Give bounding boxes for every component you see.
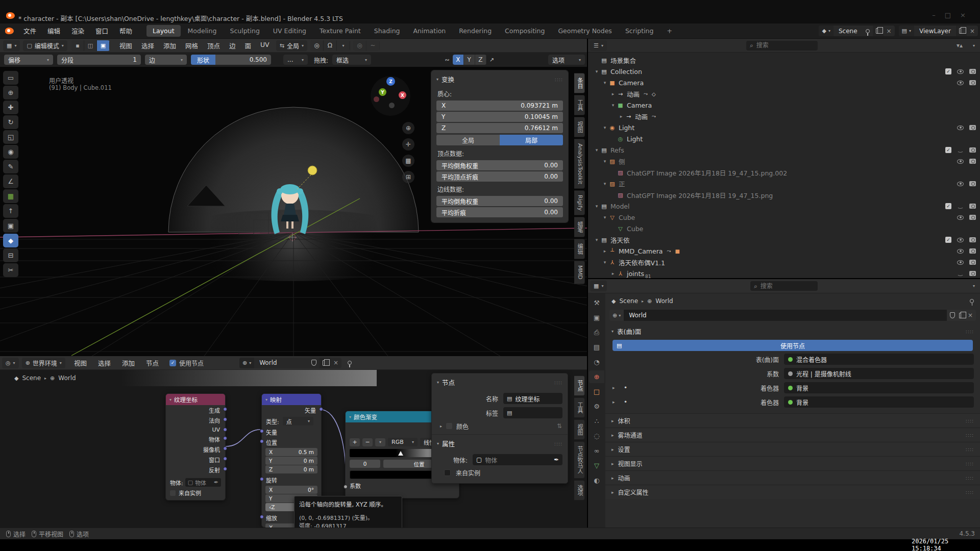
section-动画[interactable]: ▸动画::::	[605, 470, 980, 485]
outliner-row[interactable]: ▾■Camera	[588, 77, 980, 88]
viewport-menu-添加[interactable]: 添加	[163, 41, 176, 51]
hide-viewport-icon[interactable]	[957, 215, 964, 220]
tool-transform[interactable]: ◉	[3, 145, 18, 159]
outliner-item-label[interactable]: Light	[627, 135, 643, 143]
outliner-item-label[interactable]: MMD_Camera	[619, 247, 663, 255]
x-axis-ball[interactable]: X	[399, 91, 406, 99]
viewport-3d[interactable]: 用户透视 (91) Body | Cube.011 ▭⊕✚↻◱◉✎∠▦↑▣◆⊟✂…	[0, 67, 587, 356]
hide-viewport-icon[interactable]	[957, 260, 964, 265]
section-视图显示[interactable]: ▸视图显示::::	[605, 456, 980, 470]
breadcrumb-world[interactable]: World	[58, 374, 76, 382]
properties-tab-view-layer[interactable]: ▤	[589, 341, 604, 354]
disable-render-icon[interactable]	[969, 181, 976, 186]
median-x-field[interactable]: X0.093721 m	[436, 101, 563, 111]
outliner-item-label[interactable]: Refs	[610, 146, 624, 154]
outliner-row[interactable]: ▾⅄洛天依布偶V1.1	[588, 257, 980, 268]
snap-curve-icon[interactable]: ↗	[489, 57, 494, 63]
output-socket[interactable]	[223, 428, 227, 432]
tool-move[interactable]: ✚	[3, 101, 18, 114]
hide-viewport-icon[interactable]	[957, 204, 964, 209]
outliner-item-label[interactable]: Cube	[627, 225, 643, 233]
affect-dropdown[interactable]: 边▾	[145, 55, 187, 65]
viewport-menu-顶点[interactable]: 顶点	[207, 41, 220, 51]
y-axis-ball[interactable]: Y	[379, 88, 386, 96]
hide-viewport-icon[interactable]	[957, 238, 964, 242]
shader-type-dropdown[interactable]: ⊕世界环境▾	[22, 358, 65, 368]
expand-icon[interactable]: ▾	[601, 159, 608, 164]
mirror-icon[interactable]: ∾	[445, 57, 450, 63]
outliner-item-label[interactable]: 正	[619, 179, 625, 189]
outliner-row[interactable]: ▸⅄joints81	[588, 268, 980, 279]
output-socket[interactable]	[223, 457, 227, 461]
copy-icon[interactable]	[959, 28, 964, 34]
tool-extrude[interactable]: ↑	[3, 204, 18, 218]
orientation-dropdown[interactable]: ⇆全局▾	[276, 40, 307, 51]
workspace-tab-UV Editing[interactable]: UV Editing	[267, 25, 312, 37]
tool-knife[interactable]: ✂	[3, 263, 18, 277]
workspace-tab-Rendering[interactable]: Rendering	[453, 25, 498, 37]
hide-viewport-icon[interactable]	[957, 159, 964, 164]
outliner-row[interactable]: ▤场景集合	[588, 55, 980, 66]
outliner-search-input[interactable]	[756, 42, 807, 49]
window-controls[interactable]: –□×	[932, 11, 975, 19]
pin-icon[interactable]	[866, 29, 870, 33]
output-socket[interactable]	[223, 436, 227, 440]
tool-inset-faces[interactable]: ▣	[3, 219, 18, 233]
snap-settings-button[interactable]: ▾	[337, 40, 350, 51]
disable-render-icon[interactable]	[969, 248, 976, 254]
from-instance-checkbox[interactable]	[170, 490, 176, 496]
disable-render-icon[interactable]	[969, 271, 976, 276]
from-instance-checkbox[interactable]	[444, 469, 451, 476]
properties-search[interactable]: ⌕	[750, 281, 818, 291]
properties-tab-material[interactable]: ◐	[589, 474, 604, 487]
hide-viewport-icon[interactable]	[957, 126, 964, 130]
unlink-icon[interactable]: ×	[333, 359, 338, 366]
edge-data-field[interactable]: 平均倒角权重0.00	[436, 196, 563, 206]
expand-icon[interactable]: ▸	[618, 114, 625, 119]
node-panel-title[interactable]: 节点	[442, 378, 455, 387]
mode-dropdown[interactable]: ▢编辑模式▾	[23, 40, 67, 51]
expand-icon[interactable]: ▸	[612, 399, 615, 405]
properties-tab-object[interactable]: □	[589, 385, 604, 398]
tool-add-cube[interactable]: ▦	[3, 189, 18, 203]
workspace-tab-Animation[interactable]: Animation	[407, 25, 452, 37]
mapping-field-X[interactable]: X0.5 m	[265, 448, 317, 456]
property-value-field[interactable]: 混合着色器	[784, 354, 974, 365]
outliner-item-label[interactable]: Cube	[619, 214, 635, 221]
pivot-point-button[interactable]: ◎	[310, 40, 324, 51]
tool-annotate[interactable]: ✎	[3, 160, 18, 173]
rotation-input-socket[interactable]	[260, 477, 264, 481]
expand-icon[interactable]: ▾	[593, 237, 600, 242]
properties-tab-particles[interactable]: ∴	[589, 415, 604, 428]
shader-sidebar-tab-节点[interactable]: 节点	[574, 375, 585, 396]
workspace-tab-Scripting[interactable]: Scripting	[619, 25, 660, 37]
vector-output-socket[interactable]	[319, 407, 323, 411]
edge-data-field[interactable]: 平均折痕0.00	[436, 207, 563, 217]
properties-tab-data[interactable]: ▽	[589, 459, 604, 472]
outliner-row[interactable]: ▽Cube	[588, 223, 980, 234]
outliner-item-label[interactable]: ChatGPT Image 2026年1月18日 19_47_15.png.00…	[627, 168, 787, 178]
property-value-field[interactable]: 背景	[784, 382, 974, 393]
disable-render-icon[interactable]	[969, 125, 976, 130]
viewport-menu-网格[interactable]: 网格	[185, 41, 198, 51]
disable-render-icon[interactable]	[969, 80, 976, 85]
tool-cursor[interactable]: ⊕	[3, 86, 18, 99]
grid-ortho-icon[interactable]: ⊞	[402, 171, 414, 183]
ramp-handle[interactable]	[398, 451, 403, 456]
scale-input-socket[interactable]	[260, 515, 264, 519]
hide-viewport-icon[interactable]	[957, 69, 964, 74]
properties-tab-constraints[interactable]: ∞	[589, 444, 604, 457]
drag-mode-dropdown[interactable]: 框选▾	[332, 55, 371, 65]
shader-menu-视图[interactable]: 视图	[74, 358, 87, 368]
scene-selector[interactable]: ◆▾ Scene ×	[819, 26, 894, 36]
property-value-field[interactable]: 背景	[784, 396, 974, 408]
world-datablock[interactable]: ⊕▾ World ×	[609, 310, 976, 321]
workspace-tab-Compositing[interactable]: Compositing	[499, 25, 551, 37]
shader-editor-type-button[interactable]: ◎▾	[2, 358, 19, 368]
outliner-item-label[interactable]: 场景集合	[610, 56, 636, 65]
eyedropper-icon[interactable]: ✒	[554, 456, 559, 463]
mapping-field-Y[interactable]: Y0 m	[265, 457, 317, 465]
outliner-row[interactable]: ▾▤Model✓	[588, 201, 980, 212]
object-picker[interactable]: ▢物体✒	[185, 478, 221, 487]
menu-窗口[interactable]: 窗口	[95, 26, 108, 36]
